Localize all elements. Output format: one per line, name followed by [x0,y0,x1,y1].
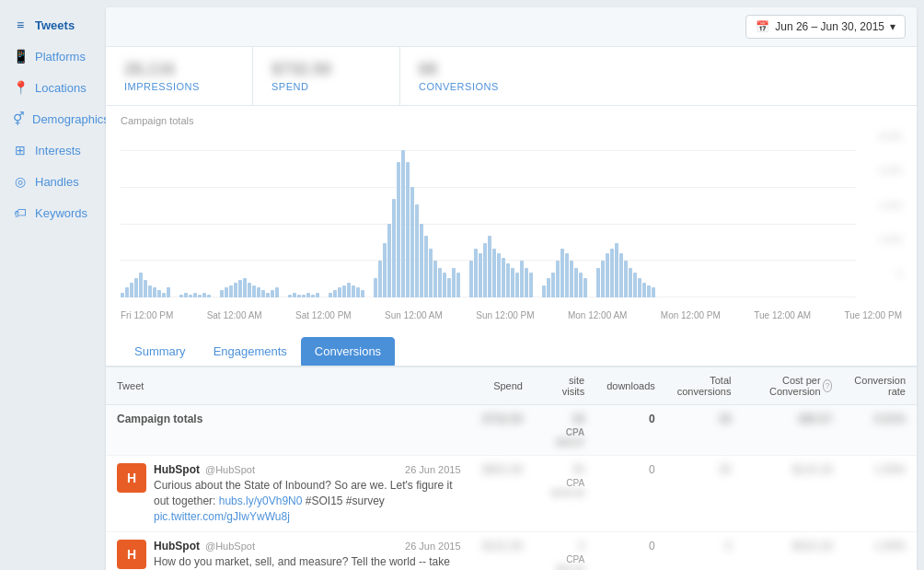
tab-summary[interactable]: Summary [121,337,200,366]
y-label: 6,000 [879,166,902,176]
chevron-down-icon: ▾ [890,20,895,33]
bar-group [179,293,211,297]
chart-bar [271,290,274,297]
chart-bar [619,253,623,297]
cr-blurred: 1.00% [874,540,906,553]
chart-bar [556,261,560,297]
chart-bar [525,268,528,297]
tweet1-conv-rate: 1.00% [843,456,917,532]
chart-bar [184,293,188,297]
chart-bar [134,278,138,297]
chart-bar [198,295,202,297]
tc-blurred: 35 [719,463,731,476]
tweet-author: HubSpot [154,540,200,553]
chart-bar [144,280,147,297]
campaign-downloads: 0 [595,405,666,456]
sidebar-label-handles: Handles [35,175,79,189]
chart-bar [583,278,587,297]
avatar: H [117,463,146,493]
platforms-icon: 📱 [13,49,28,64]
chart-bar [387,224,391,297]
chart-bar [483,243,487,297]
x-label: Sun 12:00 PM [476,310,534,320]
tab-engagements[interactable]: Engagements [200,337,301,366]
sidebar-item-tweets[interactable]: ≡ Tweets [0,9,106,41]
handles-icon: ◎ [13,174,28,189]
data-table: Tweet Spend site visits downloads Totalc… [106,366,917,570]
chart-bar [492,249,496,297]
chart-bar [424,236,428,297]
sidebar-item-handles[interactable]: ◎ Handles [0,166,106,197]
cpa-row: CPA $19.27 [545,427,584,448]
chart-x-labels: Fri 12:00 PM Sat 12:00 AM Sat 12:00 PM S… [121,307,902,328]
col-cost-per-conversion: Cost per Conversion ? [742,367,843,405]
chart-bar [193,293,197,297]
cpa-row: CPA $100.00 [545,478,584,498]
chart-bar [410,187,414,297]
chart-bar [624,261,628,297]
chart-bar [356,287,360,297]
cpa-value: $19.27 [557,437,585,448]
col-conversion-rate: Conversionrate [843,367,917,405]
x-label: Mon 12:00 AM [568,310,627,320]
keywords-icon: 🏷 [13,205,28,220]
chart-bar [361,290,364,297]
tweet-link[interactable]: pic.twitter.com/gJIwYwWu8j [154,510,290,523]
chart-bar [338,287,341,297]
x-label: Sun 12:00 AM [385,310,443,320]
chart-bar [347,283,351,297]
tweet-link[interactable]: hubs.ly/y0Vh9N0 [219,494,303,507]
chart-bar [511,268,514,297]
chart-bar [153,287,156,297]
campaign-totals-label: Campaign totals [106,405,472,456]
chart-bar [615,243,618,297]
sidebar-label-platforms: Platforms [35,50,86,64]
tweet-author: HubSpot [154,463,200,476]
sidebar-item-demographics[interactable]: ⚥ Demographics [0,103,106,134]
chart-bar [297,295,301,297]
chart-bar [570,261,573,297]
chart-bar [130,283,133,297]
spend-blurred: $601.00 [483,463,523,476]
chart-bar [378,261,382,297]
chart-bar [633,273,637,297]
chart-bar [311,295,315,297]
chart-bar [333,290,337,297]
chart-bar [257,287,260,297]
chart-label: Campaign totals [121,115,902,126]
chart-bar [406,162,410,297]
campaign-conv-rate: 0.01% [843,405,917,456]
chart-bar [401,150,405,297]
sidebar-item-locations[interactable]: 📍 Locations [0,72,106,103]
sidebar-item-interests[interactable]: ⊞ Interests [0,134,106,166]
date-range-button[interactable]: 📅 Jun 26 – Jun 30, 2015 ▾ [745,15,906,39]
tweet-body-1: HubSpot @HubSpot 26 Jun 2015 Curious abo… [154,463,461,524]
chart-bar [638,278,641,297]
spend-blurred: $732.50 [483,413,523,425]
locations-icon: 📍 [13,80,28,95]
tab-conversions[interactable]: Conversions [301,337,395,366]
sidebar-item-keywords[interactable]: 🏷 Keywords [0,197,106,228]
chart-bar [506,263,510,297]
chart-bar [234,283,237,297]
sidebar-item-platforms[interactable]: 📱 Platforms [0,41,106,72]
stat-conversions: 68 CONVERSIONS [400,47,548,105]
tweet1-cost-per-conv: $110.18 [742,456,843,532]
chart-bar [342,285,346,297]
y-label: 4,000 [879,201,902,211]
chart-y-axis: 8,000 6,000 4,000 2,000 0 [879,132,902,279]
help-icon[interactable]: ? [823,379,833,392]
chart-bar [352,285,355,297]
bar-group [596,243,655,297]
tweet1-downloads: 0 [595,456,666,532]
cpc-blurred: $310.18 [792,540,832,553]
chart-bar [456,273,460,297]
chart-bar [157,290,161,297]
chart-bar [306,293,310,297]
chart-bar [121,293,124,297]
sv-blurred: 3 [578,540,584,553]
tweet2-total-conv: 3 [666,532,743,570]
chart-bar [520,261,524,297]
spend-value: $732.50 [271,60,381,79]
col-total-conversions: Totalconversions [666,367,743,405]
